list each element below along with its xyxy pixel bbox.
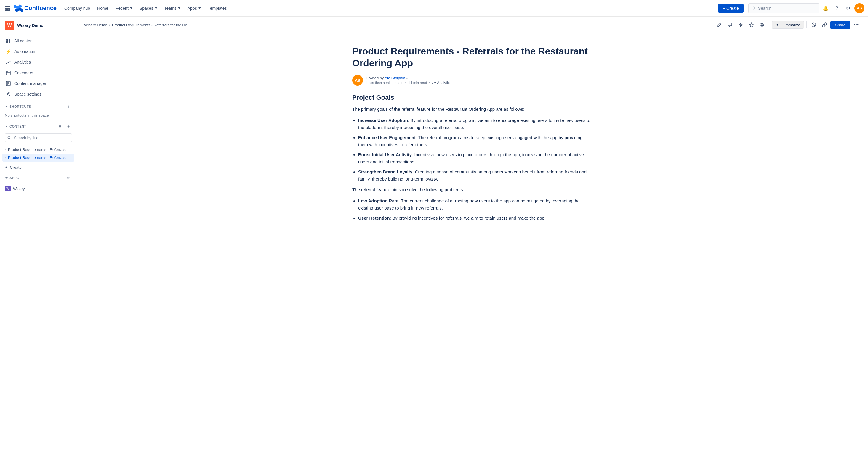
breadcrumb-page: Product Requirements - Referrals for the… — [112, 23, 190, 27]
article-owner-line: Owned by Ala Stolpnik ··· — [367, 76, 452, 80]
templates-link[interactable]: Templates — [205, 4, 230, 12]
more-options-button[interactable]: ••• — [851, 20, 861, 30]
goal-item-0: Increase User Adoption: By introducing a… — [358, 117, 593, 131]
toolbar-divider-2 — [806, 21, 807, 28]
content-item-1[interactable]: • Product Requirements - Referrals... — [2, 154, 74, 162]
no-shortcuts-text: No shortcuts in this space — [0, 111, 77, 121]
shortcuts-section: SHORTCUTS + — [0, 101, 77, 111]
lightning-icon — [738, 23, 743, 27]
shortcuts-header[interactable]: SHORTCUTS + — [5, 103, 72, 110]
svg-rect-11 — [6, 39, 8, 40]
user-avatar[interactable]: AS — [855, 3, 864, 13]
svg-rect-0 — [5, 6, 7, 7]
svg-rect-7 — [7, 9, 8, 11]
problem-bold-1: User Retention — [358, 215, 390, 221]
goal-bold-3: Strengthen Brand Loyalty — [358, 169, 412, 174]
spaces-link[interactable]: Spaces — [136, 4, 160, 12]
grid-icon[interactable] — [4, 4, 12, 12]
edit-button[interactable] — [715, 20, 724, 30]
comment-icon — [727, 23, 732, 27]
search-box[interactable]: Search — [748, 3, 819, 13]
sidebar-item-all-content[interactable]: All content — [2, 35, 74, 46]
lightning-button[interactable] — [736, 20, 745, 30]
calendars-icon — [5, 70, 11, 76]
apps-header[interactable]: APPS ✏ — [5, 174, 72, 181]
restrict-button[interactable] — [809, 20, 818, 30]
meta-dot-2: • — [429, 81, 430, 85]
apps-section: APPS ✏ — [0, 172, 77, 182]
recent-chevron — [130, 7, 132, 9]
content-search[interactable] — [5, 133, 72, 142]
create-content-button[interactable]: + Create — [0, 163, 77, 172]
author-link[interactable]: Ala Stolpnik — [384, 76, 405, 80]
space-name: Wisary Demo — [17, 23, 43, 28]
analytics-link[interactable]: Analytics — [432, 81, 452, 85]
content-manager-icon — [5, 80, 11, 87]
goal-bold-1: Enhance User Engagement — [358, 135, 415, 140]
article-meta-sub: Less than a minute ago • 14 min read • A… — [367, 81, 452, 85]
content-item-0[interactable]: • Product Requirements - Referrals... — [2, 146, 74, 154]
svg-rect-2 — [9, 6, 10, 7]
search-by-title-input[interactable] — [5, 133, 72, 142]
apps-chevron-icon — [5, 177, 8, 179]
svg-point-9 — [752, 6, 755, 9]
svg-marker-25 — [749, 23, 753, 27]
svg-rect-5 — [9, 8, 10, 9]
edit-apps-button[interactable]: ✏ — [65, 174, 72, 181]
confluence-logo[interactable]: Confluence — [14, 4, 57, 12]
settings-button[interactable]: ⚙ — [843, 3, 853, 13]
svg-rect-8 — [9, 9, 10, 11]
meta-dot-1: • — [405, 81, 406, 85]
share-button[interactable]: Share — [830, 21, 850, 29]
add-content-button[interactable]: + — [65, 123, 72, 130]
top-navigation: Confluence Company hub Home Recent Space… — [0, 0, 868, 16]
main-layout: W Wisary Demo All content ⚡ Automation A… — [0, 16, 868, 470]
apps-chevron — [198, 7, 201, 9]
apps-link[interactable]: Apps — [185, 4, 204, 12]
content-header[interactable]: CONTENT ≡ + — [5, 123, 72, 130]
sidebar-item-automation[interactable]: ⚡ Automation — [2, 46, 74, 57]
watch-button[interactable] — [757, 20, 767, 30]
star-icon — [749, 23, 754, 27]
company-hub-link[interactable]: Company hub — [61, 4, 93, 12]
content-area: Wisary Demo / Product Requirements - Ref… — [77, 16, 868, 470]
help-button[interactable]: ? — [832, 3, 842, 13]
sidebar-item-analytics[interactable]: Analytics — [2, 57, 74, 67]
home-link[interactable]: Home — [94, 4, 111, 12]
goal-item-3: Strengthen Brand Loyalty: Creating a sen… — [358, 168, 593, 182]
space-icon: W — [5, 21, 14, 30]
sidebar-item-calendars[interactable]: Calendars — [2, 67, 74, 78]
automation-icon: ⚡ — [5, 48, 11, 55]
notifications-button[interactable]: 🔔 — [820, 3, 831, 13]
restrict-icon — [811, 23, 816, 27]
problem-bold-0: Low Adoption Rate — [358, 198, 398, 203]
sidebar-item-content-manager[interactable]: Content manager — [2, 78, 74, 89]
copy-link-button[interactable] — [820, 20, 829, 30]
breadcrumb-space-link[interactable]: Wisary Demo — [84, 23, 107, 27]
add-shortcut-button[interactable]: + — [65, 103, 72, 110]
goal-item-2: Boost Initial User Activity: Incentivize… — [358, 151, 593, 165]
article-meta-info: Owned by Ala Stolpnik ··· Less than a mi… — [367, 76, 452, 85]
more-icon: ••• — [854, 22, 859, 28]
search-icon — [751, 6, 756, 10]
svg-rect-15 — [6, 71, 10, 75]
space-header[interactable]: W Wisary Demo — [0, 16, 77, 34]
summarize-button[interactable]: ✦ Summarize — [772, 21, 804, 29]
svg-rect-14 — [8, 41, 10, 43]
breadcrumb-bar: Wisary Demo / Product Requirements - Ref… — [77, 16, 868, 33]
filter-content-button[interactable]: ≡ — [57, 123, 64, 130]
star-button[interactable] — [747, 20, 756, 30]
create-button[interactable]: + Create — [718, 4, 744, 13]
recent-link[interactable]: Recent — [112, 4, 135, 12]
teams-link[interactable]: Teams — [161, 4, 183, 12]
wisary-app-item[interactable]: W Wisary — [5, 184, 72, 193]
breadcrumb-separator: / — [109, 23, 110, 27]
sidebar-nav: All content ⚡ Automation Analytics Calen… — [0, 34, 77, 101]
svg-point-23 — [7, 93, 9, 95]
problem-item-1: User Retention: By providing incentives … — [358, 214, 593, 222]
svg-rect-12 — [8, 39, 10, 40]
article-more-dots[interactable]: ··· — [406, 76, 409, 80]
comment-button[interactable] — [725, 20, 735, 30]
edit-icon — [717, 23, 722, 27]
sidebar-item-space-settings[interactable]: Space settings — [2, 89, 74, 99]
